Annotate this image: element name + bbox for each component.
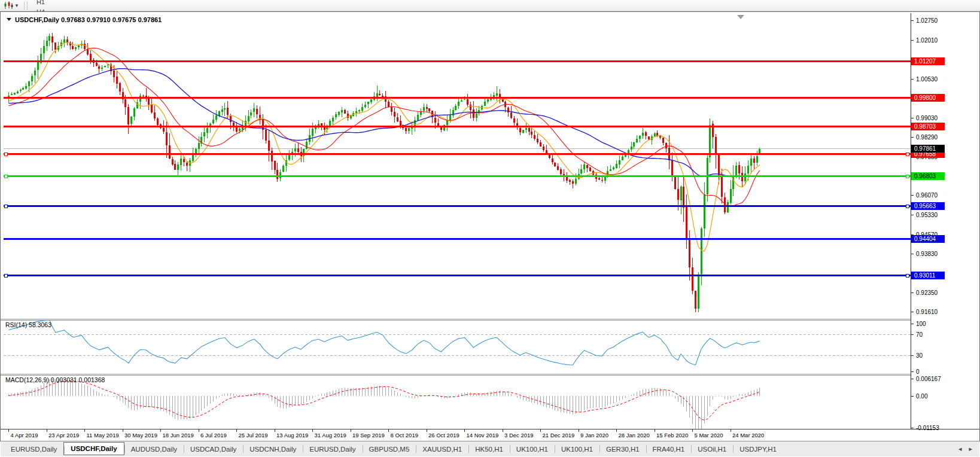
candle-body bbox=[145, 96, 147, 96]
hline-handle[interactable] bbox=[906, 153, 909, 156]
candle-body bbox=[329, 121, 331, 126]
candle-body bbox=[382, 96, 384, 97]
candle-body bbox=[428, 108, 430, 111]
candle-body bbox=[20, 90, 22, 91]
candle-body bbox=[43, 46, 45, 54]
dropdown-caret-icon: ▼ bbox=[14, 3, 19, 8]
candle-body bbox=[738, 165, 740, 173]
date-tick-label: 6 Jul 2019 bbox=[200, 432, 227, 438]
toolbar-grip[interactable] bbox=[24, 2, 28, 10]
date-tick-label: 15 Feb 2020 bbox=[656, 432, 688, 438]
candle-body bbox=[253, 108, 255, 111]
hline-handle[interactable] bbox=[5, 205, 8, 208]
candle-body bbox=[698, 275, 699, 309]
candle-body bbox=[332, 118, 334, 122]
scroll-tabs-left-icon[interactable]: ◂ bbox=[958, 445, 962, 453]
candle-body bbox=[715, 137, 717, 155]
tab-eurusd-daily[interactable]: EURUSD,Daily bbox=[4, 441, 63, 456]
candle-body bbox=[297, 148, 299, 153]
tab-gbpusd-m5[interactable]: GBPUSD,M5 bbox=[363, 441, 416, 456]
price-label-0.94404: 0.94404 bbox=[911, 235, 945, 243]
candle-body bbox=[552, 159, 553, 162]
date-tick-label: 19 Sep 2019 bbox=[352, 432, 385, 438]
candle-body bbox=[589, 167, 591, 171]
candle-body bbox=[408, 128, 410, 130]
tab-eurusd-daily[interactable]: EURUSD,Daily bbox=[303, 441, 362, 456]
date-tick-label: 3 Dec 2019 bbox=[504, 432, 534, 438]
svg-text:1.01207: 1.01207 bbox=[914, 58, 936, 65]
candle-body bbox=[341, 110, 343, 113]
hline-handle[interactable] bbox=[5, 175, 8, 178]
date-tick-label: 8 Oct 2019 bbox=[391, 432, 418, 438]
candle-body bbox=[613, 167, 614, 169]
candle-body bbox=[180, 159, 182, 164]
hline-handle[interactable] bbox=[5, 153, 8, 156]
tab-xauusd-h1[interactable]: XAUUSD,H1 bbox=[416, 441, 468, 456]
candle-body bbox=[367, 102, 369, 104]
candle-body bbox=[212, 120, 214, 124]
tab-usoil-h1[interactable]: USOil,H1 bbox=[691, 441, 733, 456]
candle-body bbox=[192, 155, 194, 161]
candle-body bbox=[154, 112, 156, 118]
tab-audusd-daily[interactable]: AUDUSD,Daily bbox=[124, 441, 184, 456]
tab-uk100-h1[interactable]: UK100,H1 bbox=[510, 441, 555, 456]
candle-body bbox=[656, 133, 658, 136]
candle-body bbox=[51, 36, 53, 43]
candle-body bbox=[654, 133, 656, 136]
candle-body bbox=[426, 107, 428, 109]
candle-body bbox=[177, 164, 179, 170]
macd-label: MACD(12,26,9) 0.003031 0.001368 bbox=[5, 376, 105, 383]
tab-usdjpy-h1[interactable]: USDJPY,H1 bbox=[733, 441, 783, 456]
macd-tick-label: -0.01153 bbox=[916, 425, 939, 431]
tab-fra40-h1[interactable]: FRA40,H1 bbox=[646, 441, 692, 456]
candle-body bbox=[528, 128, 530, 132]
current-price-label: 0.97861 bbox=[911, 145, 945, 153]
candle-body bbox=[183, 159, 185, 162]
tab-ger30-h1[interactable]: GER30,H1 bbox=[599, 441, 646, 456]
candle-body bbox=[721, 176, 723, 197]
candle-body bbox=[683, 187, 684, 207]
candle-body bbox=[718, 155, 720, 176]
candle-body bbox=[499, 94, 501, 98]
candle-body bbox=[756, 156, 758, 163]
candle-body bbox=[98, 66, 100, 69]
candle-body bbox=[172, 159, 174, 164]
candle-body bbox=[531, 132, 532, 135]
candle-body bbox=[28, 81, 30, 86]
candle-body bbox=[732, 176, 734, 189]
tab-usdcad-daily[interactable]: USDCAD,Daily bbox=[184, 441, 243, 456]
date-tick-label: 9 Jan 2020 bbox=[580, 432, 608, 438]
scroll-tabs-right-icon[interactable]: ▸ bbox=[969, 445, 972, 453]
svg-text:0.99800: 0.99800 bbox=[914, 95, 936, 101]
candle-body bbox=[250, 112, 252, 115]
candle-body bbox=[400, 121, 401, 126]
hline-handle[interactable] bbox=[906, 205, 909, 208]
candle-body bbox=[616, 164, 617, 168]
date-tick-label: 26 Oct 2019 bbox=[428, 432, 459, 438]
candle-body bbox=[133, 108, 135, 117]
candle-body bbox=[151, 104, 153, 112]
date-tick-label: 18 Jun 2019 bbox=[163, 432, 194, 438]
timeframe-button-h1[interactable]: H1 bbox=[32, 0, 53, 7]
candle-body bbox=[268, 141, 270, 151]
candle-body bbox=[519, 128, 521, 132]
hline-handle[interactable] bbox=[906, 175, 909, 178]
candle-body bbox=[692, 267, 693, 291]
tab-hk50-h1[interactable]: HK50,H1 bbox=[468, 441, 510, 456]
hline-handle[interactable] bbox=[906, 274, 909, 277]
hline-handle[interactable] bbox=[5, 274, 8, 277]
chart-type-button[interactable]: ▼ bbox=[2, 1, 21, 10]
tab-usdcnh-daily[interactable]: USDCNH,Daily bbox=[243, 441, 303, 456]
tab-uk100-h1[interactable]: UK100,H1 bbox=[555, 441, 599, 456]
chart-canvas[interactable]: USDCHF,Daily 0.97683 0.97910 0.97675 0.9… bbox=[1, 12, 979, 441]
chart-tabs: EURUSD,DailyUSDCHF,DailyAUDUSD,DailyUSDC… bbox=[4, 441, 783, 456]
candle-body bbox=[239, 129, 241, 131]
candle-body bbox=[364, 105, 366, 107]
tab-usdchf-daily[interactable]: USDCHF,Daily bbox=[63, 442, 124, 455]
candle-body bbox=[730, 189, 732, 203]
macd-tick-label: 0.00 bbox=[916, 393, 928, 400]
candle-body bbox=[388, 102, 389, 107]
candle-body bbox=[198, 143, 200, 149]
candle-body bbox=[248, 116, 249, 121]
candle-body bbox=[256, 109, 258, 114]
